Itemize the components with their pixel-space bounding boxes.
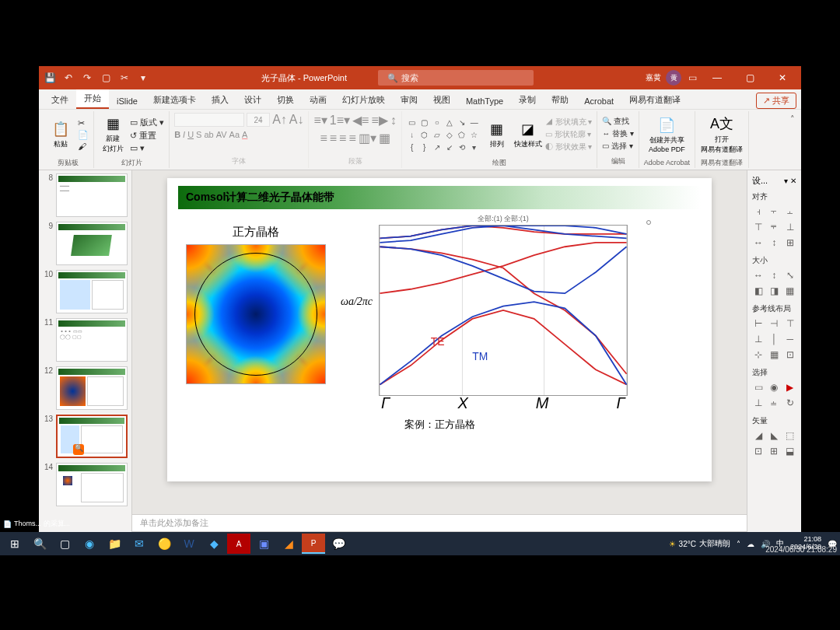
thumbnail-14[interactable]: 14 xyxy=(42,463,128,506)
notes-area[interactable]: 单击此处添加备注 xyxy=(132,514,747,531)
indent-right-icon[interactable]: ≡▶ xyxy=(371,113,387,128)
ribbon-options-icon[interactable]: ▭ xyxy=(686,72,698,84)
task-view-icon[interactable]: ▢ xyxy=(53,534,76,554)
close-button[interactable]: ✕ xyxy=(768,66,796,89)
decrease-font-icon[interactable]: A↓ xyxy=(289,113,304,127)
chrome-icon[interactable]: 🟡 xyxy=(152,534,176,554)
tab-help[interactable]: 帮助 xyxy=(544,91,576,109)
bold-button[interactable]: B xyxy=(174,130,180,139)
shape-outline-button[interactable]: ▭ 形状轮廓 ▾ xyxy=(545,129,593,140)
tab-slideshow[interactable]: 幻灯片放映 xyxy=(334,91,393,109)
collapse-ribbon-icon[interactable]: ˄ xyxy=(787,111,798,168)
font-color-button[interactable]: A xyxy=(242,130,247,139)
explorer-icon[interactable]: 📁 xyxy=(103,534,126,554)
select-tools[interactable]: ▭◉▶⊥⫨↻ xyxy=(752,381,796,409)
case-button[interactable]: Aa xyxy=(229,130,240,139)
justify-icon[interactable]: ≡ xyxy=(348,131,355,145)
select-button[interactable]: ▭ 选择 ▾ xyxy=(602,141,634,152)
shadow-button[interactable]: ab xyxy=(204,130,213,139)
text-direction-icon[interactable]: ↕ xyxy=(390,114,397,128)
size-tools[interactable]: ↔↕⤡◧◨▦ xyxy=(752,269,796,297)
slide-canvas-wrap[interactable]: Comsol计算二维光子晶体能带 正方晶格 全部:(1) 全部:(1) xyxy=(132,170,747,514)
tab-file[interactable]: 文件 xyxy=(44,91,76,109)
share-button[interactable]: ↗ 共享 xyxy=(756,93,796,109)
increase-font-icon[interactable]: A↑ xyxy=(272,113,287,127)
close-pane-icon[interactable]: ▾ ✕ xyxy=(784,177,796,185)
matlab-icon[interactable]: ◢ xyxy=(277,534,300,554)
thumbnail-12[interactable]: 12 xyxy=(42,366,128,410)
guides-tools[interactable]: ⊢⊣⊤⊥│─⊹▦⊡ xyxy=(752,317,796,361)
left-figure[interactable]: 正方晶格 xyxy=(178,225,334,396)
thumbnail-10[interactable]: 10 xyxy=(42,270,128,313)
vector-tools[interactable]: ◢◣⬚⊡⊞⬓ xyxy=(752,429,796,457)
shape-fill-button[interactable]: ◢ 形状填充 ▾ xyxy=(545,117,593,128)
slide-canvas[interactable]: Comsol计算二维光子晶体能带 正方晶格 全部:(1) 全部:(1) xyxy=(167,178,712,481)
align-tools[interactable]: ⫞⫟⫠⊤⫧⊥↔↕⊞ xyxy=(752,205,796,249)
wechat-icon[interactable]: 💬 xyxy=(327,534,350,554)
desktop-file-icon[interactable]: 📄 Thoms... 的采算... xyxy=(3,519,70,529)
undo-icon[interactable]: ↶ xyxy=(62,72,75,84)
shape-effects-button[interactable]: ◐ 形状效果 ▾ xyxy=(545,142,593,152)
paste-button[interactable]: 📋粘贴 xyxy=(47,113,75,156)
thumbnail-9[interactable]: 9 xyxy=(42,222,128,265)
tab-animations[interactable]: 动画 xyxy=(302,91,334,109)
slide-thumbnails-panel[interactable]: 8━━━━━━━━ 9 10 11⚬⚬⚬ ▭▭◯◯ ▢▢ 12 13🔍 14 xyxy=(39,170,132,548)
edge-icon[interactable]: ◉ xyxy=(78,534,101,554)
search-box[interactable]: 🔍 搜索 xyxy=(378,70,534,86)
find-button[interactable]: 🔍 查找 xyxy=(602,116,634,127)
adobe-pdf-button[interactable]: 📄创建并共享 Adobe PDF xyxy=(645,114,688,157)
columns-icon[interactable]: ▥▾ xyxy=(359,131,376,145)
tab-netease[interactable]: 网易有道翻译 xyxy=(621,91,688,109)
netease-button[interactable]: A文打开 网易有道翻译 xyxy=(700,113,744,156)
onedrive-icon[interactable]: ☁ xyxy=(747,540,754,548)
start-button[interactable]: ⊞ xyxy=(3,534,26,554)
app2-icon[interactable]: ▣ xyxy=(252,534,275,554)
tab-mathtype[interactable]: MathType xyxy=(458,93,511,109)
acrobat-icon[interactable]: A xyxy=(227,534,250,554)
tab-newtab[interactable]: 新建选项卡 xyxy=(145,91,204,109)
tab-acrobat[interactable]: Acrobat xyxy=(576,93,621,109)
word-icon[interactable]: W xyxy=(177,534,201,554)
maximize-button[interactable]: ▢ xyxy=(736,66,764,89)
tab-islide[interactable]: iSlide xyxy=(109,93,145,109)
quickstyle-button[interactable]: ◪快速样式 xyxy=(514,113,542,156)
font-family-dropdown[interactable] xyxy=(174,113,244,127)
thumbnail-13[interactable]: 13🔍 xyxy=(42,415,128,458)
more-icon[interactable]: ▾ xyxy=(137,72,149,84)
align-right-icon[interactable]: ≡ xyxy=(339,131,346,145)
section-button[interactable]: ▭ ▾ xyxy=(130,143,164,153)
bullets-icon[interactable]: ≡▾ xyxy=(313,113,327,128)
layout-button[interactable]: ▭ 版式 ▾ xyxy=(130,117,164,128)
align-left-icon[interactable]: ≡ xyxy=(320,131,327,145)
taskbar-search-icon[interactable]: 🔍 xyxy=(28,534,51,554)
thumbnail-11[interactable]: 11⚬⚬⚬ ▭▭◯◯ ▢▢ xyxy=(42,318,128,362)
reset-button[interactable]: ↺ 重置 xyxy=(130,130,164,142)
cut-icon[interactable]: ✂ xyxy=(118,72,131,84)
powerpoint-taskbar-icon[interactable]: P xyxy=(302,534,325,554)
tab-record[interactable]: 录制 xyxy=(511,91,544,109)
arrange-button[interactable]: ▦排列 xyxy=(483,113,511,156)
slideshow-icon[interactable]: ▢ xyxy=(100,72,112,84)
thumbnail-8[interactable]: 8━━━━━━━━ xyxy=(42,173,128,217)
tab-transitions[interactable]: 切换 xyxy=(269,91,302,109)
minimize-button[interactable]: — xyxy=(703,66,731,89)
shapes-gallery[interactable]: ▭▢○△↘— ↓⬡▱◇⬠☆ {}↗↙⟲▾ xyxy=(407,117,480,152)
redo-icon[interactable]: ↷ xyxy=(81,72,93,84)
weather-widget[interactable]: ☀ 32°C 大部晴朗 xyxy=(669,538,730,549)
indent-left-icon[interactable]: ◀≡ xyxy=(352,113,369,128)
format-painter-icon[interactable]: 🖌 xyxy=(78,142,89,151)
font-size-dropdown[interactable]: 24 xyxy=(247,113,270,127)
tab-view[interactable]: 视图 xyxy=(425,91,458,109)
slide-caption[interactable]: 案例：正方晶格 xyxy=(178,418,701,432)
underline-button[interactable]: U xyxy=(187,130,194,139)
tab-review[interactable]: 审阅 xyxy=(393,91,425,109)
tab-design[interactable]: 设计 xyxy=(236,91,269,109)
tab-home[interactable]: 开始 xyxy=(76,89,109,109)
right-figure[interactable]: 全部:(1) 全部:(1) TE TM xyxy=(340,225,701,396)
cut-icon[interactable]: ✂ xyxy=(78,118,89,128)
replace-button[interactable]: ↔ 替换 ▾ xyxy=(602,128,634,139)
slide-title[interactable]: Comsol计算二维光子晶体能带 xyxy=(178,186,701,209)
app1-icon[interactable]: ◆ xyxy=(202,534,226,554)
mail-icon[interactable]: ✉ xyxy=(128,534,151,554)
tray-chevron-icon[interactable]: ˄ xyxy=(737,540,740,548)
